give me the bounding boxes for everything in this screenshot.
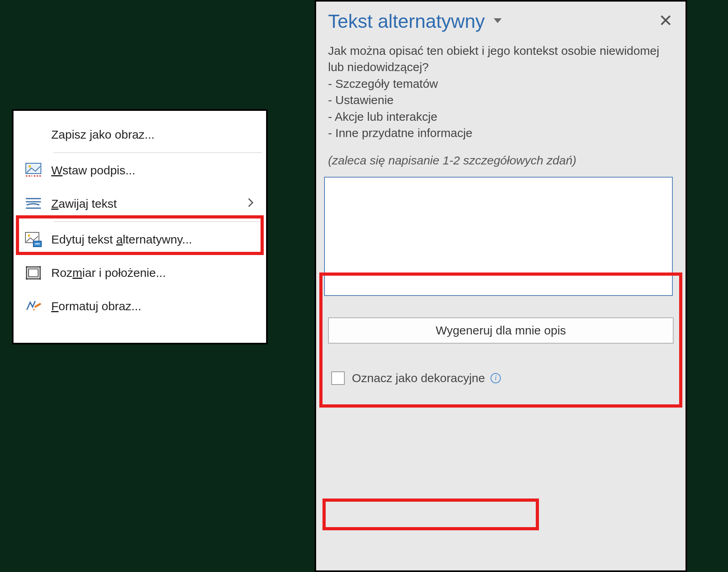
hint-intro: Jak można opisać ten obiekt i jego konte… (328, 43, 674, 75)
size-position-icon (22, 265, 44, 280)
checkbox[interactable] (331, 371, 345, 385)
format-picture-icon (22, 298, 44, 314)
hint-bullet: - Inne przydatne informacje (328, 125, 674, 141)
chevron-right-icon (247, 197, 257, 211)
menu-item-wrap-text[interactable]: Zawijaj tekst (14, 187, 266, 220)
menu-item-edit-alt-text[interactable]: Edytuj tekst alternatywny... (14, 223, 266, 256)
hint-bullet: - Szczegóły tematów (328, 75, 674, 92)
panel-title: Tekst alternatywny (328, 10, 485, 32)
svg-point-1 (29, 165, 31, 168)
menu-label: Wstaw podpis... (51, 164, 135, 177)
menu-label: Formatuj obraz... (51, 300, 141, 313)
hint-recommend: (zaleca się napisanie 1-2 szczegółowych … (328, 152, 674, 168)
generate-description-button[interactable]: Wygeneruj dla mnie opis (328, 317, 674, 344)
svg-rect-11 (29, 269, 38, 277)
menu-separator (53, 152, 262, 153)
menu-item-insert-caption[interactable]: Wstaw podpis... (14, 154, 266, 187)
context-menu: Zapisz jako obraz... Wstaw podpis... Zaw… (12, 109, 268, 344)
svg-marker-18 (494, 18, 502, 23)
decorative-label: Oznacz jako dekoracyjne (352, 371, 485, 385)
hint-bullet: - Akcje lub interakcje (328, 108, 674, 125)
svg-marker-17 (33, 309, 35, 310)
hint-bullet: - Ustawienie (328, 92, 674, 108)
decorative-checkbox-row[interactable]: Oznacz jako dekoracyjne i (328, 367, 504, 389)
menu-label: Edytuj tekst alternatywny... (51, 233, 192, 246)
alt-text-input[interactable] (324, 177, 673, 296)
panel-body: Jak można opisać ten obiekt i jego konte… (316, 37, 686, 169)
menu-item-save-as-image[interactable]: Zapisz jako obraz... (14, 118, 266, 151)
svg-rect-16 (34, 303, 41, 308)
textarea-wrap (324, 177, 678, 298)
picture-icon-red (22, 162, 44, 178)
menu-item-size-position[interactable]: Rozmiar i położenie... (14, 256, 266, 290)
panel-header: Tekst alternatywny (316, 2, 686, 37)
panel-dropdown-icon[interactable] (493, 17, 502, 25)
svg-point-8 (28, 234, 30, 237)
menu-item-format-picture[interactable]: Formatuj obraz... (14, 290, 266, 323)
info-icon[interactable]: i (490, 373, 501, 383)
wrap-text-icon (22, 197, 44, 211)
menu-separator (53, 221, 262, 222)
alt-text-panel: Tekst alternatywny Jak można opisać ten … (315, 0, 687, 572)
close-icon[interactable] (658, 13, 674, 30)
menu-label: Rozmiar i położenie... (51, 266, 166, 280)
menu-label: Zapisz jako obraz... (51, 128, 154, 141)
menu-label: Zawijaj tekst (51, 197, 117, 211)
alt-text-icon (22, 232, 44, 247)
